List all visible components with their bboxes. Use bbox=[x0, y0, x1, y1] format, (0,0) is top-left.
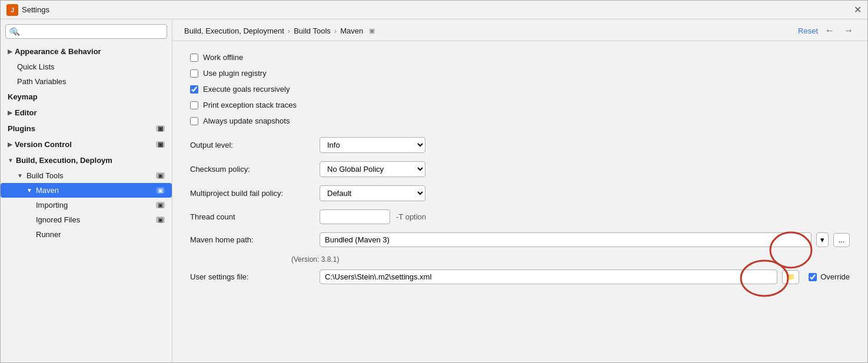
importing-badge: ▣ bbox=[156, 202, 165, 208]
reset-button[interactable]: Reset bbox=[798, 26, 818, 35]
titlebar: J Settings ✕ bbox=[1, 1, 867, 19]
use-plugin-registry-checkbox[interactable] bbox=[190, 69, 198, 78]
multiproject-fail-select[interactable]: Default After Current Project bbox=[320, 185, 425, 201]
override-label[interactable]: Override bbox=[820, 272, 850, 281]
sidebar: 🔍 ▶ Appearance & Behavior Quick Lists Pa… bbox=[1, 19, 172, 362]
form-area: Work offline Use plugin registry Execute… bbox=[172, 41, 867, 362]
user-settings-folder-button[interactable]: 📁 bbox=[782, 270, 799, 284]
sidebar-item-importing[interactable]: Importing ▣ bbox=[1, 198, 172, 212]
override-row: Override bbox=[809, 272, 850, 281]
maven-home-path-control: ▾ ... bbox=[320, 232, 850, 247]
checksum-policy-row: Checksum policy: No Global Policy Fail W… bbox=[190, 161, 850, 177]
always-update-text: Always update snapshots bbox=[203, 116, 290, 125]
sidebar-item-version-control[interactable]: ▶ Version Control ▣ bbox=[1, 136, 172, 152]
search-icon: 🔍 bbox=[9, 28, 17, 35]
execute-goals-row: Execute goals recursively bbox=[190, 85, 850, 94]
sidebar-item-keymap[interactable]: Keymap bbox=[1, 89, 172, 105]
search-box: 🔍 bbox=[5, 24, 167, 39]
vc-arrow-icon: ▶ bbox=[8, 141, 12, 148]
build-tools-badge: ▣ bbox=[156, 172, 165, 179]
work-offline-text: Work offline bbox=[203, 53, 243, 62]
output-level-select[interactable]: Info Debug Error Warn bbox=[320, 137, 425, 153]
breadcrumb-part2: Build Tools bbox=[294, 26, 331, 35]
sidebar-item-path-variables[interactable]: Path Variables bbox=[1, 74, 172, 89]
use-plugin-registry-text: Use plugin registry bbox=[203, 69, 267, 78]
thread-count-input[interactable] bbox=[320, 209, 390, 224]
print-exception-row: Print exception stack traces bbox=[190, 101, 850, 109]
build-tools-arrow-icon: ▼ bbox=[17, 172, 23, 179]
sidebar-item-appearance-behavior[interactable]: ▶ Appearance & Behavior bbox=[1, 44, 172, 59]
breadcrumb-part3: Maven bbox=[340, 26, 363, 35]
multiproject-fail-control: Default After Current Project bbox=[320, 185, 850, 201]
sidebar-item-build-exec-deploy[interactable]: ▼ Build, Execution, Deploym bbox=[1, 152, 172, 168]
use-plugin-registry-row: Use plugin registry bbox=[190, 69, 850, 78]
breadcrumb-sep1: › bbox=[288, 26, 290, 35]
breadcrumb-part1: Build, Execution, Deployment bbox=[184, 26, 284, 35]
build-arrow-icon: ▼ bbox=[8, 157, 14, 164]
work-offline-row: Work offline bbox=[190, 53, 850, 62]
sidebar-item-runner[interactable]: Runner bbox=[1, 227, 172, 242]
breadcrumb: Build, Execution, Deployment › Build Too… bbox=[184, 26, 375, 35]
work-offline-label[interactable]: Work offline bbox=[203, 53, 243, 62]
nav-buttons: Reset ← → bbox=[798, 25, 856, 36]
plugins-badge: ▣ bbox=[156, 125, 165, 132]
sidebar-item-quick-lists[interactable]: Quick Lists bbox=[1, 59, 172, 74]
checksum-policy-control: No Global Policy Fail Warn Ignore bbox=[320, 161, 850, 177]
sidebar-item-plugins[interactable]: Plugins ▣ bbox=[1, 121, 172, 136]
maven-home-path-row: Maven home path: ▾ ... bbox=[190, 232, 850, 247]
print-exception-text: Print exception stack traces bbox=[203, 101, 297, 109]
execute-goals-checkbox[interactable] bbox=[190, 85, 198, 94]
breadcrumb-sep2: › bbox=[334, 26, 337, 35]
user-settings-file-label: User settings file: bbox=[190, 272, 320, 281]
sidebar-item-maven[interactable]: ▼ Maven ▣ bbox=[1, 183, 172, 198]
always-update-checkbox[interactable] bbox=[190, 117, 198, 125]
maven-arrow-icon: ▼ bbox=[26, 187, 32, 194]
back-button[interactable]: ← bbox=[823, 25, 837, 36]
output-level-row: Output level: Info Debug Error Warn bbox=[190, 137, 850, 153]
always-update-label[interactable]: Always update snapshots bbox=[203, 116, 290, 125]
always-update-row: Always update snapshots bbox=[190, 116, 850, 125]
multiproject-fail-row: Multiproject build fail policy: Default … bbox=[190, 185, 850, 201]
output-level-control: Info Debug Error Warn bbox=[320, 137, 850, 153]
user-settings-file-input[interactable] bbox=[320, 269, 777, 284]
titlebar-left: J Settings bbox=[6, 4, 49, 16]
execute-goals-label[interactable]: Execute goals recursively bbox=[203, 85, 290, 94]
output-level-label: Output level: bbox=[190, 141, 320, 149]
checksum-policy-select[interactable]: No Global Policy Fail Warn Ignore bbox=[320, 161, 425, 177]
maven-home-path-label: Maven home path: bbox=[190, 235, 320, 244]
print-exception-label[interactable]: Print exception stack traces bbox=[203, 101, 297, 109]
checksum-policy-label: Checksum policy: bbox=[190, 165, 320, 174]
sidebar-item-editor[interactable]: ▶ Editor bbox=[1, 105, 172, 121]
editor-arrow-icon: ▶ bbox=[8, 109, 12, 116]
override-checkbox[interactable] bbox=[809, 273, 817, 281]
search-input[interactable] bbox=[5, 24, 167, 39]
maven-home-browse-button[interactable]: ... bbox=[833, 233, 850, 247]
sidebar-item-build-tools[interactable]: ▼ Build Tools ▣ bbox=[1, 168, 172, 183]
t-option-label: -T option bbox=[396, 212, 426, 221]
execute-goals-text: Execute goals recursively bbox=[203, 85, 290, 94]
forward-button[interactable]: → bbox=[842, 25, 856, 36]
maven-home-path-input[interactable] bbox=[320, 232, 812, 247]
sidebar-item-ignored-files[interactable]: Ignored Files ▣ bbox=[1, 212, 172, 227]
thread-count-row: Thread count -T option bbox=[190, 209, 850, 224]
breadcrumb-bar: Build, Execution, Deployment › Build Too… bbox=[172, 19, 867, 41]
work-offline-checkbox[interactable] bbox=[190, 54, 198, 62]
print-exception-checkbox[interactable] bbox=[190, 101, 198, 109]
multiproject-fail-label: Multiproject build fail policy: bbox=[190, 189, 320, 198]
breadcrumb-icon: ▣ bbox=[369, 27, 375, 35]
maven-badge: ▣ bbox=[156, 187, 165, 194]
main-content: Build, Execution, Deployment › Build Too… bbox=[172, 19, 867, 362]
app-icon: J bbox=[6, 4, 18, 16]
user-settings-file-row: User settings file: 📁 Override bbox=[190, 269, 850, 284]
version-text: (Version: 3.8.1) bbox=[291, 255, 850, 264]
vc-badge: ▣ bbox=[156, 141, 165, 148]
ignored-files-badge: ▣ bbox=[156, 217, 165, 223]
close-button[interactable]: ✕ bbox=[854, 4, 862, 15]
user-settings-file-control: 📁 Override bbox=[320, 269, 850, 284]
maven-home-dropdown-button[interactable]: ▾ bbox=[816, 232, 829, 247]
window-title: Settings bbox=[22, 5, 49, 14]
thread-count-control: -T option bbox=[320, 209, 850, 224]
collapse-arrow-icon: ▶ bbox=[8, 48, 12, 55]
thread-count-label: Thread count bbox=[190, 212, 320, 221]
use-plugin-registry-label[interactable]: Use plugin registry bbox=[203, 69, 267, 78]
